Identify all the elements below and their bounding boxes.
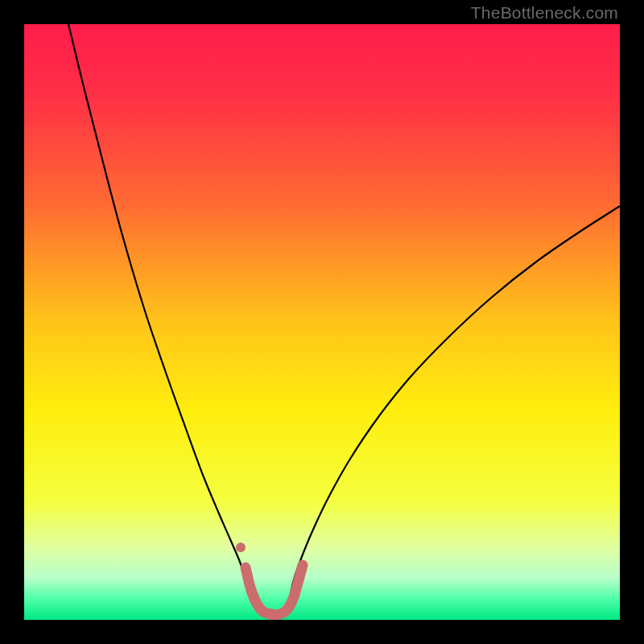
plot-area bbox=[24, 24, 620, 620]
series-highlight-dot bbox=[236, 543, 246, 552]
series-bottleneck-curve-left bbox=[68, 24, 250, 597]
chart-curves bbox=[24, 24, 620, 620]
series-highlight-band bbox=[246, 565, 303, 615]
watermark-text: TheBottleneck.com bbox=[471, 3, 618, 23]
series-bottleneck-curve-right bbox=[290, 206, 620, 597]
